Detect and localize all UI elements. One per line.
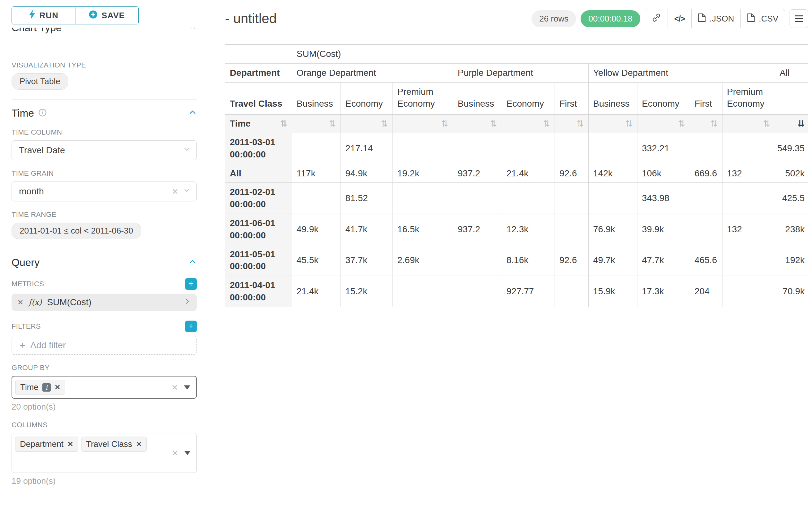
pivot-value-cell: 81.52 <box>341 183 393 214</box>
pivot-value-cell: 15.2k <box>341 276 393 307</box>
query-section: Query METRICS + ✕ ƒ(x) SUM(Cost) FILTERS… <box>11 249 197 496</box>
pivot-value-cell: 332.21 <box>637 133 690 164</box>
add-metric-button[interactable]: + <box>185 278 197 290</box>
sort-icon[interactable]: ⇅ <box>280 118 287 130</box>
select-chip[interactable]: Department✕ <box>15 437 78 452</box>
remove-metric-icon[interactable]: ✕ <box>17 298 23 307</box>
chevron-up-icon[interactable] <box>189 28 197 34</box>
embed-code-button[interactable]: </> <box>668 9 691 28</box>
sort-cell[interactable]: ⇅ <box>393 115 453 133</box>
sort-cell[interactable]: ⇅ <box>502 115 555 133</box>
menu-button[interactable] <box>789 9 808 28</box>
caret-down-icon <box>184 451 191 455</box>
sort-icon[interactable]: ⇅ <box>763 118 770 129</box>
sort-cell[interactable]: ⇅ <box>555 115 589 133</box>
chip-label: Time <box>20 382 38 392</box>
pivot-value-cell <box>502 133 555 164</box>
pivot-value-cell: 204 <box>690 276 722 307</box>
sort-cell[interactable]: ⇅ <box>589 115 637 133</box>
pivot-value-cell <box>453 183 502 214</box>
pivot-value-cell: 502k <box>775 164 808 183</box>
time-range-pill[interactable]: 2011-01-01 ≤ col < 2011-06-30 <box>11 223 141 239</box>
pivot-value-cell: 76.9k <box>589 214 637 245</box>
clear-icon[interactable]: ✕ <box>171 383 178 391</box>
pivot-value-cell <box>722 276 775 307</box>
sort-icon[interactable]: ⇅ <box>576 118 584 129</box>
collapse-section-icon[interactable] <box>188 107 197 119</box>
pivot-value-cell: 37.7k <box>341 245 393 276</box>
filters-label: FILTERS <box>11 322 41 330</box>
save-button[interactable]: SAVE <box>75 6 139 24</box>
sort-icon[interactable]: ⇅ <box>710 118 718 129</box>
group-by-label: GROUP BY <box>11 364 197 372</box>
clear-icon[interactable]: ✕ <box>172 188 178 196</box>
columns-select[interactable]: Department✕Travel Class✕ ✕ <box>11 433 197 473</box>
pivot-data-row: 2011-05-01 00:00:0045.5k37.7k2.69k8.16k9… <box>225 245 808 276</box>
sort-icon[interactable]: ⇅ <box>329 118 336 129</box>
remove-icon[interactable]: ✕ <box>67 440 73 449</box>
metric-pill[interactable]: ✕ ƒ(x) SUM(Cost) <box>11 294 197 311</box>
sort-cell[interactable]: ⇅ <box>453 115 502 133</box>
sort-desc-icon[interactable]: ⇊ <box>797 118 805 129</box>
time-column-value: Travel Date <box>19 145 65 156</box>
chip-label: Travel Class <box>86 439 132 449</box>
select-chip[interactable]: Travel Class✕ <box>81 437 147 452</box>
download-json-button[interactable]: .JSON <box>691 9 741 28</box>
sort-icon[interactable]: ⇅ <box>381 118 388 129</box>
pivot-col-dim-label: Travel Class <box>225 82 292 115</box>
pivot-value-cell <box>722 183 775 214</box>
add-filter-plus-button[interactable]: + <box>185 321 197 332</box>
download-csv-button[interactable]: .CSV <box>741 9 785 28</box>
chevron-right-icon[interactable] <box>183 297 191 307</box>
group-by-select[interactable]: Timei✕ ✕ <box>11 376 197 399</box>
add-filter-label: Add filter <box>30 340 66 350</box>
pivot-value-cell: 47.7k <box>637 245 690 276</box>
sort-icon[interactable]: ⇅ <box>490 118 497 129</box>
pivot-value-cell <box>722 133 775 164</box>
json-label: .JSON <box>709 14 734 24</box>
add-filter-button[interactable]: + Add filter <box>11 336 197 355</box>
explore-view: RUN SAVE Chart Type VISUALIZATION TYPE P… <box>0 0 812 514</box>
run-button[interactable]: RUN <box>11 6 76 24</box>
pivot-value-cell: 39.9k <box>637 214 690 245</box>
sort-cell[interactable]: ⇅ <box>722 115 775 133</box>
function-icon: ƒ(x) <box>29 298 42 307</box>
remove-icon[interactable]: ✕ <box>136 440 142 449</box>
sort-icon[interactable]: ⇅ <box>543 118 550 129</box>
remove-icon[interactable]: ✕ <box>55 383 60 391</box>
viz-type-pill[interactable]: Pivot Table <box>11 73 68 90</box>
pivot-value-cell: 937.2 <box>453 164 502 183</box>
info-icon[interactable] <box>38 107 47 119</box>
clear-icon[interactable]: ✕ <box>172 449 178 457</box>
pivot-value-cell: 217.14 <box>341 133 393 164</box>
pivot-data-row: 2011-03-01 00:00:00217.14332.21549.35 <box>225 133 808 164</box>
pivot-column-header: First <box>690 82 722 115</box>
group-by-chips: Timei✕ <box>16 380 65 395</box>
select-chip[interactable]: Timei✕ <box>16 380 65 395</box>
pivot-metric-header: SUM(Cost) <box>292 45 808 63</box>
sort-cell[interactable]: ⇅ <box>690 115 722 133</box>
copy-link-button[interactable] <box>645 9 668 28</box>
time-range-label: TIME RANGE <box>11 210 197 219</box>
pivot-value-cell <box>690 214 722 245</box>
pivot-value-cell <box>453 133 502 164</box>
sort-icon[interactable]: ⇅ <box>678 118 685 129</box>
pivot-value-cell: 21.4k <box>502 164 555 183</box>
pivot-column-header: Business <box>292 82 341 115</box>
pivot-value-cell: 465.6 <box>690 245 722 276</box>
sort-cell[interactable]: ⇊ <box>775 115 808 133</box>
sort-cell[interactable]: ⇅ <box>292 115 341 133</box>
pivot-value-cell: 2.69k <box>393 245 453 276</box>
sort-cell[interactable]: ⇅ <box>637 115 690 133</box>
pivot-data-row: 2011-04-01 00:00:0021.4k15.2k927.7715.9k… <box>225 276 808 307</box>
sort-icon[interactable]: ⇅ <box>625 118 633 129</box>
sort-icon[interactable]: ⇅ <box>441 118 448 129</box>
pivot-value-cell: 41.7k <box>341 214 393 245</box>
pivot-value-cell: 132 <box>722 214 775 245</box>
pivot-value-cell: 49.7k <box>589 245 637 276</box>
time-column-select[interactable]: Travel Date <box>11 140 197 160</box>
time-grain-select[interactable]: month ✕ <box>11 182 197 201</box>
pivot-col-dim-label: Department <box>225 63 292 82</box>
sort-cell[interactable]: ⇅ <box>341 115 393 133</box>
collapse-section-icon[interactable] <box>188 257 197 269</box>
